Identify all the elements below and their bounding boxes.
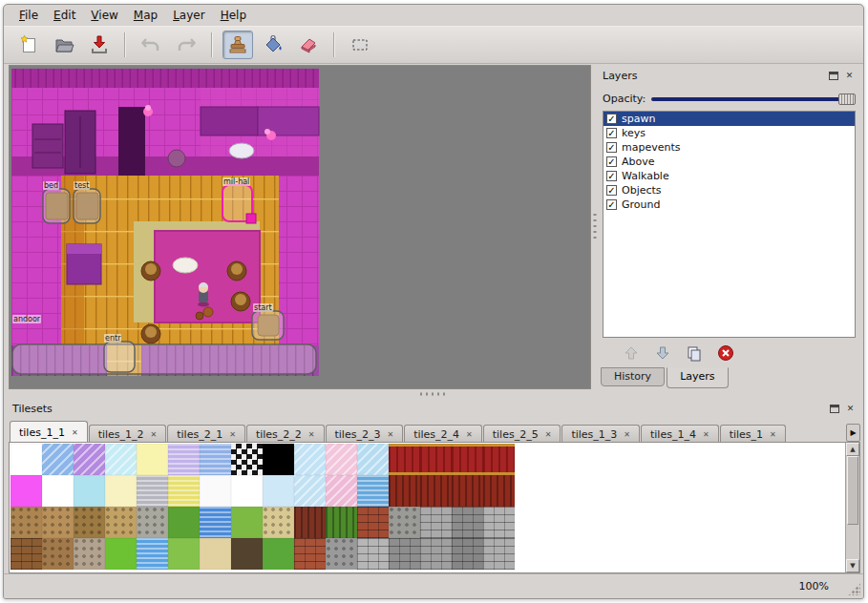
close-tab-icon[interactable]: ✕ — [308, 430, 315, 439]
lower-layer-button[interactable] — [651, 343, 674, 364]
redo-button[interactable] — [171, 31, 201, 59]
tileset-tile[interactable] — [42, 538, 74, 570]
tileset-tab-tiles_1_2[interactable]: tiles_1_2✕ — [89, 425, 167, 443]
close-panel-icon[interactable]: ✕ — [843, 70, 856, 82]
select-tool-button[interactable] — [345, 31, 375, 59]
tileset-tile[interactable] — [389, 475, 420, 507]
layer-visibility-checkbox[interactable]: ✓ — [606, 142, 617, 153]
tileset-tile[interactable] — [389, 507, 420, 538]
duplicate-layer-button[interactable] — [683, 343, 706, 364]
tileset-tile[interactable] — [168, 507, 200, 538]
tileset-tile[interactable] — [168, 475, 200, 507]
tileset-tile[interactable] — [294, 444, 326, 475]
tileset-tile[interactable] — [11, 507, 42, 538]
close-panel-icon[interactable]: ✕ — [844, 403, 857, 415]
layer-row-Walkable[interactable]: ✓Walkable — [603, 169, 855, 183]
tileset-tile[interactable] — [11, 475, 42, 507]
layer-visibility-checkbox[interactable]: ✓ — [606, 128, 617, 138]
tileset-tile[interactable] — [357, 475, 389, 507]
layer-row-Above[interactable]: ✓Above — [603, 155, 855, 169]
menu-map[interactable]: Map — [126, 6, 165, 25]
tileset-tab-tiles_2_2[interactable]: tiles_2_2✕ — [246, 425, 325, 443]
tileset-tile[interactable] — [452, 507, 483, 538]
close-tab-icon[interactable]: ✕ — [151, 430, 158, 439]
opacity-slider-handle[interactable] — [838, 94, 856, 105]
layer-visibility-checkbox[interactable]: ✓ — [606, 156, 617, 167]
tileset-tile[interactable] — [74, 444, 105, 475]
tileset-tile[interactable] — [326, 444, 357, 475]
layer-row-spawn[interactable]: ✓spawn — [603, 112, 855, 126]
layer-row-mapevents[interactable]: ✓mapevents — [603, 140, 855, 155]
tileset-tile[interactable] — [389, 538, 420, 570]
tileset-tile[interactable] — [420, 538, 452, 570]
tileset-tile[interactable] — [105, 475, 137, 507]
open-map-button[interactable] — [49, 31, 79, 59]
tileset-tile[interactable] — [105, 538, 137, 570]
tileset-tile[interactable] — [42, 507, 74, 538]
tileset-tile[interactable] — [105, 444, 137, 475]
tab-history[interactable]: History — [601, 367, 665, 386]
menu-view[interactable]: View — [83, 6, 125, 25]
tileset-tile[interactable] — [74, 538, 105, 570]
tileset-tile[interactable] — [263, 475, 294, 507]
tileset-tile[interactable] — [357, 444, 389, 475]
close-tab-icon[interactable]: ✕ — [72, 428, 78, 437]
tileset-tile[interactable] — [168, 444, 200, 475]
tileset-tab-tiles_2_1[interactable]: tiles_2_1✕ — [167, 425, 245, 443]
close-tab-icon[interactable]: ✕ — [703, 430, 709, 439]
tileset-tile[interactable] — [452, 475, 483, 507]
tileset-tile[interactable] — [231, 475, 263, 507]
tileset-tile[interactable] — [483, 538, 515, 570]
layer-visibility-checkbox[interactable]: ✓ — [606, 199, 617, 210]
tileset-scrollbar[interactable]: ▲ ▼ — [845, 443, 859, 572]
stamp-tool-button[interactable] — [222, 31, 253, 59]
tileset-tile[interactable] — [389, 444, 420, 475]
tileset-tab-tiles_2_5[interactable]: tiles_2_5✕ — [483, 425, 561, 443]
float-panel-icon[interactable] — [827, 70, 839, 82]
scroll-up-icon[interactable]: ▲ — [846, 443, 859, 456]
tileset-tile[interactable] — [11, 538, 42, 570]
tileset-tile[interactable] — [200, 538, 231, 570]
layer-visibility-checkbox[interactable]: ✓ — [606, 171, 617, 181]
close-tab-icon[interactable]: ✕ — [770, 430, 776, 439]
delete-layer-button[interactable] — [714, 343, 737, 364]
tileset-tile[interactable] — [263, 507, 294, 538]
tileset-tile[interactable] — [137, 507, 168, 538]
tileset-tile[interactable] — [105, 507, 137, 538]
tileset-tab-tiles_2_4[interactable]: tiles_2_4✕ — [404, 425, 482, 443]
tileset-tile[interactable] — [263, 444, 294, 475]
menu-layer[interactable]: Layer — [165, 6, 212, 25]
layer-visibility-checkbox[interactable]: ✓ — [606, 185, 617, 196]
menu-help[interactable]: Help — [213, 6, 254, 25]
layer-row-Objects[interactable]: ✓Objects — [603, 183, 855, 198]
map-canvas[interactable] — [10, 66, 590, 388]
tileset-tile[interactable] — [357, 507, 389, 538]
menu-edit[interactable]: Edit — [46, 6, 83, 25]
tileset-tile[interactable] — [357, 538, 389, 570]
tileset-tile[interactable] — [294, 507, 326, 538]
tileset-tile[interactable] — [294, 475, 326, 507]
tileset-tile[interactable] — [42, 444, 74, 475]
fill-tool-button[interactable] — [258, 31, 288, 59]
scrollbar-thumb[interactable] — [847, 456, 858, 525]
raise-layer-button[interactable] — [620, 343, 643, 364]
scroll-down-icon[interactable]: ▼ — [846, 559, 859, 572]
tab-layers[interactable]: Layers — [667, 367, 728, 388]
close-tab-icon[interactable]: ✕ — [624, 430, 630, 439]
close-tab-icon[interactable]: ✕ — [387, 430, 393, 439]
float-panel-icon[interactable] — [828, 403, 840, 415]
tileset-tile[interactable] — [137, 475, 168, 507]
tileset-tab-tiles_2_3[interactable]: tiles_2_3✕ — [326, 425, 404, 443]
tileset-tile[interactable] — [263, 538, 294, 570]
tileset-tab-tiles_1_1[interactable]: tiles_1_1✕ — [10, 421, 88, 443]
vertical-splitter[interactable] — [591, 65, 599, 389]
tileset-tile[interactable] — [74, 475, 105, 507]
menu-file[interactable]: File — [11, 6, 46, 25]
close-tab-icon[interactable]: ✕ — [545, 430, 552, 439]
tileset-tile[interactable] — [483, 475, 515, 507]
layer-row-Ground[interactable]: ✓Ground — [603, 198, 855, 212]
save-map-button[interactable] — [84, 31, 115, 59]
tileset-tile[interactable] — [294, 538, 326, 570]
tileset-tile[interactable] — [137, 444, 168, 475]
tileset-tile[interactable] — [231, 538, 263, 570]
